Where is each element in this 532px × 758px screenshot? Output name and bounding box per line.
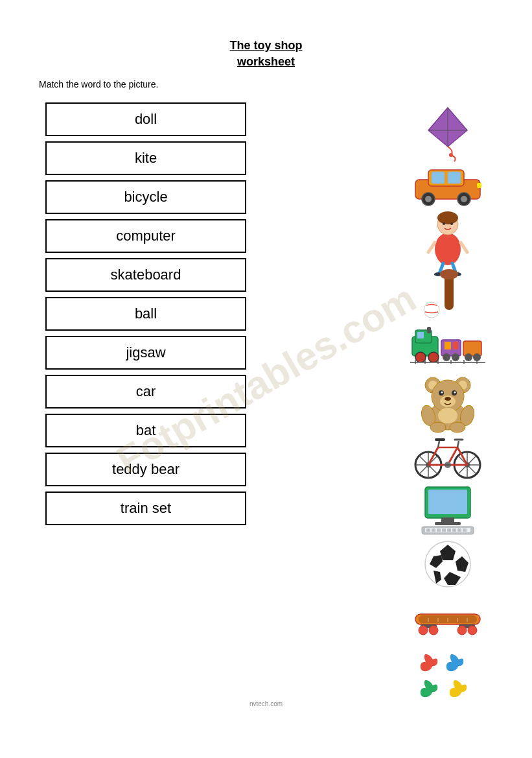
svg-rect-102 bbox=[463, 528, 467, 532]
page: Fotprintables.com The toy shop worksheet… bbox=[0, 0, 532, 758]
svg-point-39 bbox=[465, 353, 472, 361]
svg-point-58 bbox=[441, 391, 443, 393]
svg-point-116 bbox=[468, 626, 477, 635]
svg-rect-35 bbox=[453, 342, 458, 349]
svg-point-115 bbox=[457, 626, 467, 635]
svg-point-31 bbox=[415, 352, 426, 362]
svg-point-9 bbox=[425, 196, 432, 202]
svg-rect-91 bbox=[441, 517, 454, 523]
svg-line-85 bbox=[438, 441, 439, 447]
svg-point-16 bbox=[443, 222, 445, 225]
svg-point-59 bbox=[454, 391, 456, 393]
word-box-computer: computer bbox=[45, 219, 246, 253]
word-box-bicycle: bicycle bbox=[45, 180, 246, 214]
attribution: nvtech.com bbox=[26, 700, 506, 707]
svg-point-113 bbox=[419, 626, 428, 635]
content-area: doll kite bicycle computer skateboard ba… bbox=[26, 102, 506, 699]
svg-rect-101 bbox=[457, 528, 461, 532]
image-computer bbox=[409, 484, 487, 536]
word-box-ball: ball bbox=[45, 297, 246, 331]
svg-rect-95 bbox=[426, 528, 430, 532]
svg-point-13 bbox=[435, 233, 461, 265]
image-train bbox=[409, 320, 487, 372]
word-box-teddybear: teddy bear bbox=[45, 453, 246, 486]
svg-point-15 bbox=[437, 211, 458, 224]
svg-point-37 bbox=[452, 353, 459, 361]
svg-point-114 bbox=[429, 626, 438, 635]
svg-rect-96 bbox=[432, 528, 435, 532]
svg-rect-90 bbox=[428, 490, 467, 514]
word-box-trainset: train set bbox=[45, 492, 246, 525]
image-bat bbox=[409, 266, 487, 318]
word-box-bat: bat bbox=[45, 414, 246, 447]
image-ball bbox=[409, 538, 487, 590]
svg-rect-99 bbox=[447, 528, 451, 532]
svg-point-32 bbox=[428, 352, 439, 362]
svg-line-18 bbox=[428, 243, 435, 252]
svg-rect-97 bbox=[437, 528, 441, 532]
image-bicycle bbox=[409, 429, 487, 481]
svg-point-55 bbox=[445, 397, 451, 401]
svg-rect-30 bbox=[427, 327, 431, 333]
svg-point-17 bbox=[450, 222, 453, 225]
svg-line-83 bbox=[457, 441, 459, 447]
words-column: doll kite bicycle computer skateboard ba… bbox=[45, 102, 246, 525]
image-doll bbox=[409, 211, 487, 263]
svg-rect-100 bbox=[452, 528, 456, 532]
page-title-line2: worksheet bbox=[26, 55, 506, 69]
svg-rect-98 bbox=[442, 528, 446, 532]
svg-point-36 bbox=[443, 353, 450, 361]
image-car bbox=[409, 157, 487, 209]
word-box-kite: kite bbox=[45, 141, 246, 175]
word-box-jigsaw: jigsaw bbox=[45, 336, 246, 370]
svg-rect-29 bbox=[417, 332, 424, 338]
image-teddybear bbox=[409, 375, 487, 427]
svg-line-19 bbox=[461, 243, 467, 252]
svg-rect-7 bbox=[448, 172, 461, 184]
svg-rect-34 bbox=[445, 342, 451, 349]
svg-rect-92 bbox=[435, 522, 461, 525]
image-kite bbox=[409, 102, 487, 154]
image-jigsaw bbox=[409, 647, 487, 699]
word-box-skateboard: skateboard bbox=[45, 258, 246, 292]
page-title-line1: The toy shop bbox=[26, 39, 506, 53]
instructions: Match the word to the picture. bbox=[39, 79, 506, 89]
svg-point-3 bbox=[449, 153, 453, 157]
svg-point-64 bbox=[438, 408, 457, 423]
svg-rect-6 bbox=[432, 172, 445, 184]
image-skateboard bbox=[409, 593, 487, 645]
svg-point-11 bbox=[461, 196, 467, 202]
title-section: The toy shop worksheet bbox=[26, 39, 506, 69]
svg-point-25 bbox=[440, 269, 458, 279]
svg-rect-12 bbox=[477, 183, 481, 188]
images-column bbox=[409, 102, 487, 699]
word-box-doll: doll bbox=[45, 102, 246, 136]
word-box-car: car bbox=[45, 375, 246, 409]
svg-rect-38 bbox=[463, 341, 481, 356]
